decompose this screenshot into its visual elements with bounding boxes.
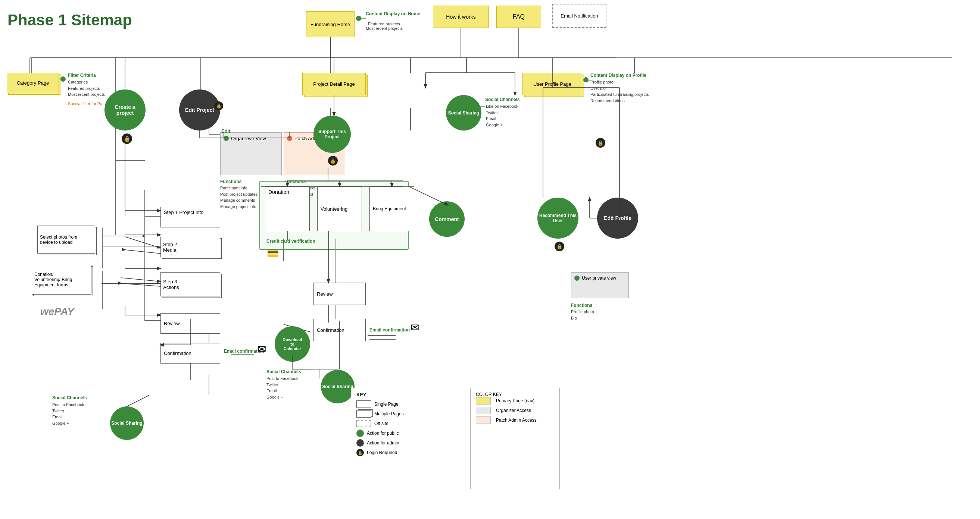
select-photos-box[interactable]: Select photos from device to upload — [37, 225, 95, 254]
social-channels-bottom-items: Post to Facebook Twitter Email Google + — [266, 375, 299, 400]
user-private-view-box[interactable]: User private view — [571, 272, 629, 298]
edit-project-circle[interactable]: Edit Project — [179, 89, 220, 130]
content-display-home-items: Featured projects Most recent projects — [366, 17, 402, 30]
edit-profile-lock: 🔒 — [596, 138, 605, 148]
organizer-view-dot — [224, 136, 229, 141]
support-project-circle[interactable]: Support This Project — [313, 116, 351, 153]
key-login-icon: 🔒 — [356, 449, 364, 456]
svg-line-46 — [121, 283, 161, 286]
social-sharing-top-circle[interactable]: Social Sharing — [446, 95, 481, 130]
wepay-text: wePAY — [40, 306, 74, 317]
project-detail-box[interactable]: Project Detail Page — [302, 73, 366, 95]
content-display-profile-label: Content Display on Profile — [590, 73, 646, 78]
user-profile-page-box[interactable]: User Profile Page — [522, 73, 582, 95]
review-mid-box[interactable]: Review — [313, 283, 366, 305]
support-project-lock: 🔒 — [328, 156, 338, 165]
comment-circle[interactable]: Comment — [429, 202, 465, 237]
social-channels-right-label: Social Channels — [485, 97, 520, 102]
key-single-icon — [356, 400, 371, 408]
key-section: KEY Single Page Multiple Pages Off site … — [351, 388, 455, 489]
bring-equipment-box[interactable]: Bring Equipment — [369, 186, 414, 231]
email-notification-box[interactable]: Email Notification — [552, 4, 606, 28]
donation-forms-box[interactable]: Donation/ Volunteering/ Bring Equipment … — [32, 265, 91, 295]
user-profile-dot — [583, 77, 589, 83]
volunteering-box[interactable]: Volunteering — [317, 186, 362, 231]
organizer-view-box[interactable]: Organizwe View — [220, 132, 282, 175]
cc-icon: 💳 — [267, 248, 279, 259]
category-dot — [60, 76, 66, 82]
patch-admin-dot — [287, 136, 292, 141]
edit-project-lock: 🔒 — [214, 102, 223, 110]
edit-profile-circle[interactable]: Edit Profile — [597, 198, 638, 239]
page-title: Phase 1 Sitemap — [8, 11, 132, 29]
content-display-home-label: Content Display on Home — [366, 11, 420, 16]
key-admin-icon — [356, 439, 364, 447]
create-project-circle[interactable]: Create a project — [105, 89, 146, 130]
color-patch-swatch — [476, 416, 491, 424]
fundraising-home-dot — [356, 16, 361, 21]
functions-organizer-items: Participant info Post project updates Ma… — [220, 185, 258, 210]
color-organizer-swatch — [476, 407, 491, 414]
email-confirmation-mid-label: Email confirmation — [369, 327, 410, 333]
recommend-user-circle[interactable]: Recommend This User — [538, 198, 578, 239]
step2-box[interactable]: Step 2 Media — [161, 237, 220, 257]
functions-private-items: Profile photo Bio — [571, 309, 594, 321]
filter-criteria-items: Categories Featured projects Most recent… — [68, 79, 105, 98]
svg-line-44 — [125, 250, 161, 254]
social-channels-left-items: Post to Facebook Twitter Email Google + — [52, 402, 84, 426]
edit-label: Edit — [221, 128, 231, 134]
create-project-lock: 🔒 — [122, 133, 132, 144]
faq-box[interactable]: FAQ — [496, 6, 541, 28]
social-channels-bottom-label: Social Channels — [266, 369, 301, 375]
color-primary-swatch — [476, 397, 491, 405]
key-public-icon — [356, 430, 364, 437]
download-calendar-circle[interactable]: Download to Calendar — [275, 326, 310, 362]
donation-box[interactable]: Donation — [265, 186, 310, 231]
how-it-works-box[interactable]: How it works — [433, 6, 489, 28]
email-icon-left: ✉ — [258, 343, 266, 356]
color-key-section: COLOR KEY Primary Page (nav) Organizer A… — [470, 388, 560, 489]
filter-criteria-label: Filter Criteria — [68, 73, 96, 78]
email-icon-mid: ✉ — [410, 321, 419, 334]
step1-box[interactable]: Step 1 Project info — [161, 207, 220, 227]
content-display-profile-items: Profile photo User bio Participated fund… — [590, 79, 649, 104]
svg-line-43 — [125, 237, 161, 248]
confirmation-mid-box[interactable]: Confirmation — [313, 319, 366, 341]
functions-organizer-label: Functions — [220, 179, 242, 184]
key-offsite-icon — [356, 420, 371, 427]
svg-line-45 — [121, 278, 161, 281]
step3-box[interactable]: Step 3 Actions — [161, 272, 220, 297]
social-sharing-left-circle[interactable]: Social Sharing — [110, 406, 144, 440]
credit-card-label: Credit card verification — [266, 239, 315, 244]
social-sharing-bottom-circle[interactable]: Social Sharing — [321, 370, 355, 403]
key-multi-icon — [356, 410, 371, 417]
fundraising-home-box[interactable]: Fundraising Home — [306, 11, 355, 37]
confirmation-left-box[interactable]: Confirmation — [161, 343, 220, 363]
private-view-dot — [574, 276, 579, 281]
review-left-box[interactable]: Review — [161, 313, 220, 334]
category-page-box[interactable]: Category Page — [7, 73, 59, 93]
social-channels-left-label: Social Channels — [52, 395, 87, 400]
recommend-lock: 🔒 — [555, 241, 564, 251]
social-channels-right-items: Like on Facebook Twitter Email Google + — [486, 103, 519, 128]
functions-private-label: Functions — [571, 303, 592, 308]
